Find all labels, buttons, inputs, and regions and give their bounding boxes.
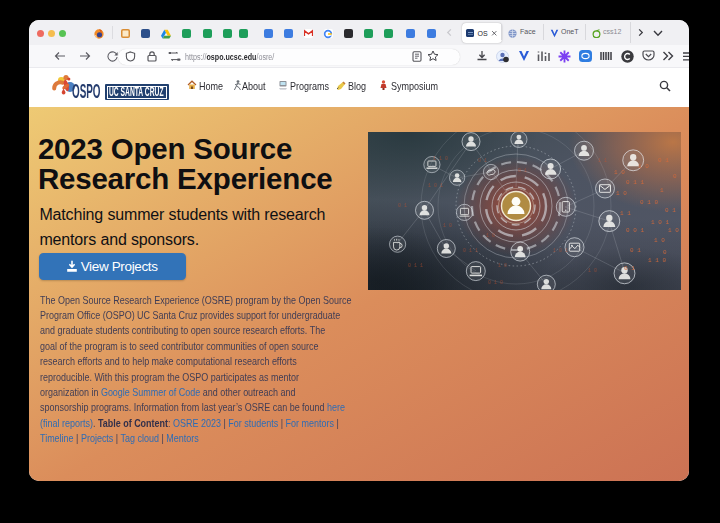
svg-text:1 0: 1 0 xyxy=(654,237,665,244)
svg-text:1 0: 1 0 xyxy=(616,190,627,197)
svg-text:1 0 1: 1 0 1 xyxy=(553,248,568,254)
svg-text:1 0: 1 0 xyxy=(486,233,495,239)
svg-text:1 1: 1 1 xyxy=(620,210,631,217)
svg-text:0 1 0: 0 1 0 xyxy=(640,199,658,206)
svg-text:0 1: 0 1 xyxy=(665,207,676,214)
svg-text:1 0: 1 0 xyxy=(614,169,625,176)
svg-text:1 0: 1 0 xyxy=(443,223,452,229)
svg-text:0 1: 0 1 xyxy=(624,265,635,272)
svg-text:0: 0 xyxy=(663,249,667,256)
svg-text:0 1: 0 1 xyxy=(518,168,527,174)
svg-text:0 1: 0 1 xyxy=(478,158,487,164)
svg-text:1 0: 1 0 xyxy=(668,227,679,234)
svg-text:1 0: 1 0 xyxy=(638,163,649,170)
svg-text:0 1 1: 0 1 1 xyxy=(463,248,478,254)
svg-text:0 0 1: 0 0 1 xyxy=(626,227,644,234)
svg-text:0 1 0: 0 1 0 xyxy=(488,280,503,286)
svg-text:1 0: 1 0 xyxy=(588,268,597,274)
svg-text:1 1 0: 1 1 0 xyxy=(433,156,448,162)
svg-text:1 0: 1 0 xyxy=(498,263,507,269)
svg-text:0 1: 0 1 xyxy=(398,203,407,209)
svg-text:1: 1 xyxy=(660,187,664,194)
svg-text:1 1: 1 1 xyxy=(598,158,607,164)
svg-text:1 1 0: 1 1 0 xyxy=(648,257,666,264)
svg-text:0 1 1: 0 1 1 xyxy=(408,263,423,269)
svg-text:0 1: 0 1 xyxy=(630,247,641,254)
svg-text:0 1 1: 0 1 1 xyxy=(626,179,644,186)
svg-text:1 0 1: 1 0 1 xyxy=(651,219,669,226)
svg-text:1 0 1: 1 0 1 xyxy=(428,183,443,189)
svg-text:0: 0 xyxy=(673,173,677,180)
svg-text:0 1: 0 1 xyxy=(658,157,669,164)
